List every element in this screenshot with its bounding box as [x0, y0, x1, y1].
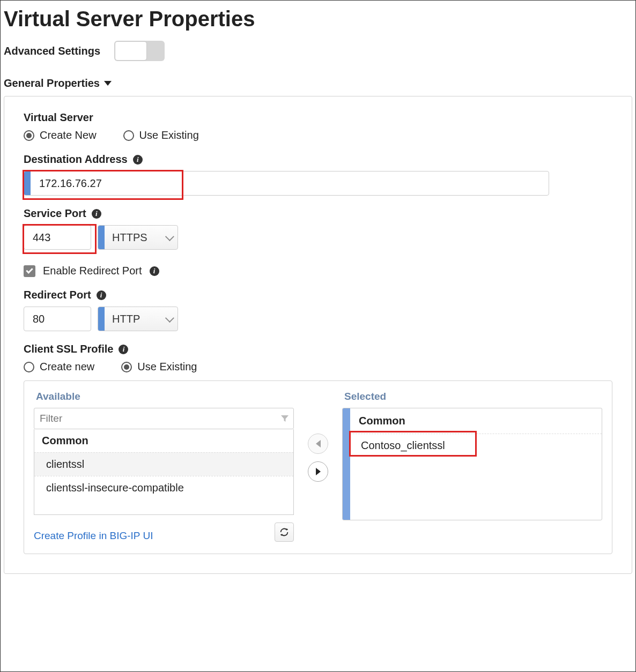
vs-create-new-radio[interactable]: Create New	[24, 129, 97, 141]
radio-icon	[121, 362, 132, 372]
destination-address-input[interactable]	[31, 171, 549, 195]
radio-icon	[24, 362, 34, 372]
caret-down-icon	[104, 81, 112, 86]
info-icon[interactable]: i	[119, 345, 128, 354]
selected-title: Selected	[342, 391, 602, 402]
list-item[interactable]: Contoso_clientssl	[350, 434, 602, 457]
refresh-icon	[279, 527, 289, 537]
general-properties-header[interactable]: General Properties	[4, 77, 634, 89]
info-icon[interactable]: i	[150, 266, 159, 276]
destination-address-label: Destination Address i	[24, 153, 612, 166]
enable-redirect-label: Enable Redirect Port	[43, 265, 142, 277]
vs-use-existing-radio[interactable]: Use Existing	[123, 129, 199, 141]
filter-row	[34, 408, 294, 429]
radio-icon	[123, 130, 134, 141]
select-value: HTTP	[105, 307, 160, 331]
destination-address-input-wrap	[24, 171, 549, 196]
redirect-port-input[interactable]	[24, 307, 91, 331]
info-icon[interactable]: i	[92, 209, 101, 219]
ssl-use-existing-radio[interactable]: Use Existing	[121, 361, 197, 373]
radio-icon	[24, 130, 34, 141]
required-bar	[24, 171, 31, 195]
required-bar	[98, 307, 105, 331]
chevron-down-icon	[160, 226, 178, 249]
redirect-port-label: Redirect Port i	[24, 289, 612, 301]
move-right-button[interactable]	[308, 461, 328, 482]
required-bar	[98, 226, 105, 249]
client-ssl-profile-label: Client SSL Profile i	[24, 343, 612, 355]
ssl-create-new-radio[interactable]: Create new	[24, 361, 94, 373]
select-value: HTTPS	[105, 226, 160, 249]
available-list[interactable]: Common clientssl clientssl-insecure-comp…	[34, 429, 294, 515]
info-icon[interactable]: i	[97, 290, 106, 300]
move-left-button[interactable]	[308, 434, 328, 454]
service-port-input[interactable]	[24, 226, 91, 249]
filter-input[interactable]	[39, 412, 280, 425]
virtual-server-label: Virtual Server	[24, 111, 612, 124]
refresh-button[interactable]	[275, 522, 294, 542]
service-port-input-wrap	[24, 225, 91, 250]
general-properties-panel: Virtual Server Create New Use Existing D…	[4, 96, 632, 574]
filter-icon	[280, 414, 289, 423]
info-icon[interactable]: i	[133, 155, 143, 165]
redirect-port-input-wrap	[24, 307, 91, 331]
service-port-label: Service Port i	[24, 207, 612, 220]
arrow-left-icon	[316, 440, 321, 447]
selected-list[interactable]: Common Contoso_clientssl	[342, 408, 602, 520]
required-bar	[343, 408, 350, 520]
redirect-port-protocol-select[interactable]: HTTP	[98, 307, 178, 331]
chevron-down-icon	[160, 307, 178, 331]
list-item[interactable]: clientssl	[34, 452, 293, 476]
create-profile-link[interactable]: Create Profile in BIG-IP UI	[34, 530, 153, 542]
page-title: Virtual Server Properties	[4, 7, 634, 31]
advanced-settings-toggle[interactable]	[114, 41, 165, 61]
list-group: Common	[350, 408, 602, 434]
ssl-profile-dual-list: Available Common clientssl clientssl-ins…	[24, 380, 612, 554]
list-group: Common	[34, 429, 293, 452]
available-title: Available	[34, 391, 294, 402]
section-title: General Properties	[4, 77, 100, 89]
arrow-right-icon	[316, 468, 321, 475]
list-item[interactable]: clientssl-insecure-compatible	[34, 476, 293, 499]
advanced-settings-label: Advanced Settings	[4, 45, 100, 57]
service-port-protocol-select[interactable]: HTTPS	[98, 225, 178, 250]
enable-redirect-checkbox[interactable]	[24, 265, 35, 277]
